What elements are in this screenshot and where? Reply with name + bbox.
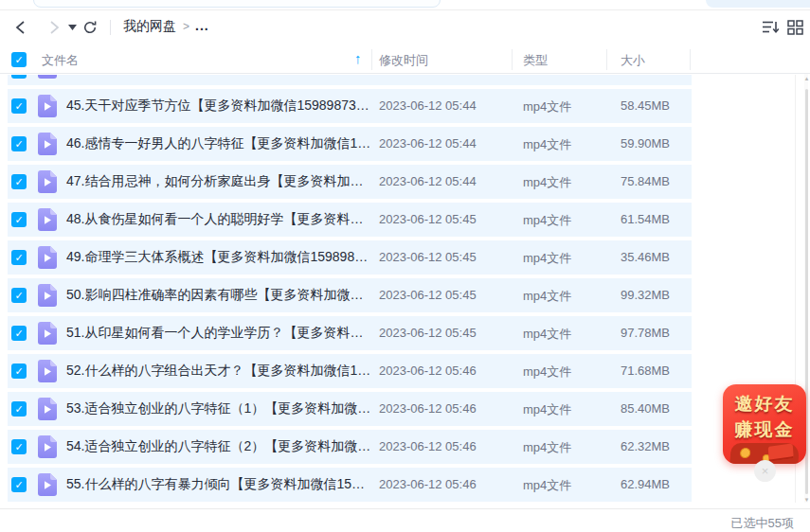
- select-all-checkbox[interactable]: ✓: [11, 52, 27, 67]
- row-checkbox[interactable]: ✓: [11, 288, 27, 303]
- forward-button[interactable]: [45, 19, 63, 36]
- video-file-icon: [38, 473, 57, 496]
- file-type: mp4文件: [523, 439, 608, 456]
- video-file-icon: [38, 133, 57, 155]
- file-type: mp4文件: [523, 212, 608, 229]
- file-name[interactable]: 53.适合独立创业的八字特征（1）【更多资料加微信1598...: [66, 400, 371, 417]
- column-header-name[interactable]: 文件名: [42, 52, 79, 69]
- file-name[interactable]: 48.从食伤星如何看一个人的聪明好学【更多资料加微信1...: [66, 211, 371, 228]
- table-header: ✓ 文件名 ↑ 修改时间 类型 大小: [0, 45, 810, 74]
- file-name[interactable]: 46.感情专一好男人的八字特征【更多资料加微信159898...: [66, 135, 371, 152]
- column-header-modified[interactable]: 修改时间: [379, 52, 428, 69]
- status-bar: 已选中55项: [0, 508, 810, 532]
- file-type: mp4文件: [523, 174, 608, 191]
- table-row[interactable]: ✓ 46.感情专一好男人的八字特征【更多资料加微信159898... 2023-…: [8, 127, 692, 161]
- toolbar-remnant-left: [33, 0, 441, 8]
- toolbar-remnant-right: [706, 0, 810, 8]
- breadcrumb-separator: >: [183, 20, 189, 33]
- file-size: 75.84MB: [621, 174, 696, 188]
- table-row[interactable]: ✓ 45.天干对应季节方位【更多资料加微信15989873524】 ... 20…: [8, 89, 692, 123]
- table-row[interactable]: ✓ 54.适合独立创业的八字特征（2）【更多资料加微信1598... 2023-…: [8, 430, 692, 464]
- invite-friends-promo-badge[interactable]: 邀好友 赚现金: [723, 384, 806, 464]
- file-name[interactable]: 45.天干对应季节方位【更多资料加微信15989873524】 ...: [66, 98, 371, 115]
- breadcrumb-root[interactable]: 我的网盘: [123, 18, 176, 35]
- promo-text-line1: 邀好友: [723, 392, 806, 417]
- file-type: mp4文件: [523, 250, 608, 267]
- row-checkbox[interactable]: ✓: [11, 439, 27, 454]
- table-row[interactable]: ✓ 47.结合用忌神，如何分析家庭出身【更多资料加微信159... 2023-0…: [8, 165, 692, 199]
- sort-list-icon: [762, 20, 780, 35]
- file-name[interactable]: 54.适合独立创业的八字特征（2）【更多资料加微信1598...: [66, 438, 371, 455]
- table-row[interactable]: ✓ 49.命理学三大体系概述【更多资料加微信15989873524... 202…: [8, 240, 692, 275]
- video-file-icon: [38, 398, 57, 420]
- scrollbar-down-arrow[interactable]: ▾: [803, 496, 810, 503]
- file-size: 62.32MB: [621, 439, 696, 453]
- refresh-icon: [82, 20, 98, 35]
- file-modified-time: 2023-06-12 05:46: [379, 364, 512, 378]
- file-modified-time: 2023-06-12 05:44: [379, 136, 512, 151]
- row-checkbox-partial: [11, 75, 27, 79]
- file-type: mp4文件: [523, 288, 608, 305]
- file-size: 58.45MB: [621, 98, 696, 113]
- sort-ascending-icon[interactable]: ↑: [354, 50, 362, 66]
- file-modified-time: 2023-06-12 05:44: [379, 98, 512, 113]
- file-type: mp4文件: [523, 477, 608, 494]
- row-checkbox[interactable]: ✓: [11, 250, 27, 265]
- file-size: 71.68MB: [621, 364, 696, 378]
- promo-text-line2: 赚现金: [723, 417, 806, 442]
- column-header-size[interactable]: 大小: [621, 52, 645, 69]
- scrollbar-up-arrow[interactable]: ▴: [803, 75, 810, 81]
- row-checkbox[interactable]: ✓: [11, 477, 27, 492]
- file-size: 59.90MB: [621, 136, 696, 151]
- file-modified-time: 2023-06-12 05:45: [379, 212, 512, 226]
- row-checkbox[interactable]: ✓: [11, 212, 27, 227]
- file-type: mp4文件: [523, 136, 608, 153]
- file-type: mp4文件: [523, 401, 608, 418]
- file-modified-time: 2023-06-12 05:46: [379, 401, 512, 416]
- nav-divider: [110, 20, 111, 35]
- video-file-icon: [38, 246, 57, 269]
- table-row[interactable]: ✓ 52.什么样的八字组合出天才？【更多资料加微信159898... 2023-…: [8, 354, 692, 388]
- sort-order-button[interactable]: [762, 20, 779, 35]
- file-size: 97.78MB: [621, 326, 696, 340]
- row-checkbox[interactable]: ✓: [11, 136, 27, 151]
- table-row[interactable]: ✓ 53.适合独立创业的八字特征（1）【更多资料加微信1598... 2023-…: [8, 392, 692, 426]
- row-checkbox[interactable]: ✓: [11, 401, 27, 417]
- table-row[interactable]: ✓ 55.什么样的八字有暴力倾向【更多资料加微信15989873... 2023…: [8, 468, 692, 502]
- video-file-icon: [38, 322, 57, 345]
- file-modified-time: 2023-06-12 05:45: [379, 326, 512, 340]
- file-name[interactable]: 50.影响四柱准确率的因素有哪些【更多资料加微信15989...: [66, 287, 371, 304]
- file-name[interactable]: 52.什么样的八字组合出天才？【更多资料加微信159898...: [66, 363, 371, 380]
- file-name[interactable]: 51.从印星如何看一个人的学业学历？【更多资料加微信1...: [66, 325, 371, 342]
- chevron-right-icon: [49, 21, 60, 34]
- file-name[interactable]: 47.结合用忌神，如何分析家庭出身【更多资料加微信159...: [66, 173, 371, 190]
- row-checkbox[interactable]: ✓: [11, 364, 27, 379]
- promo-close-button[interactable]: ×: [754, 460, 776, 482]
- column-divider: [690, 49, 691, 70]
- file-modified-time: 2023-06-12 05:46: [379, 477, 512, 491]
- file-modified-time: 2023-06-12 05:45: [379, 288, 512, 302]
- history-dropdown-button[interactable]: [66, 19, 78, 36]
- refresh-button[interactable]: [81, 19, 99, 36]
- grid-view-button[interactable]: [787, 20, 804, 35]
- file-size: 99.32MB: [621, 288, 696, 302]
- file-size: 85.40MB: [621, 401, 696, 416]
- table-row[interactable]: ✓ 48.从食伤星如何看一个人的聪明好学【更多资料加微信1... 2023-06…: [8, 203, 692, 237]
- selection-count-text: 已选中55项: [731, 515, 794, 532]
- column-header-type[interactable]: 类型: [523, 52, 548, 69]
- table-row[interactable]: ✓ 50.影响四柱准确率的因素有哪些【更多资料加微信15989... 2023-…: [8, 278, 692, 312]
- file-name[interactable]: 55.什么样的八字有暴力倾向【更多资料加微信15989873...: [66, 476, 371, 493]
- breadcrumb-current[interactable]: ...: [195, 18, 209, 33]
- file-type: mp4文件: [523, 364, 608, 381]
- back-button[interactable]: [11, 19, 28, 36]
- table-row[interactable]: ✓ 51.从印星如何看一个人的学业学历？【更多资料加微信1... 2023-06…: [8, 316, 692, 350]
- column-divider: [371, 49, 372, 70]
- file-name[interactable]: 49.命理学三大体系概述【更多资料加微信15989873524...: [66, 249, 371, 266]
- video-file-icon-partial: [38, 75, 57, 79]
- navigation-bar: 我的网盘 > ...: [0, 10, 810, 45]
- video-file-icon: [38, 360, 57, 382]
- row-checkbox[interactable]: ✓: [11, 98, 27, 114]
- row-checkbox[interactable]: ✓: [11, 174, 27, 189]
- coin-icon: [740, 448, 751, 458]
- row-checkbox[interactable]: ✓: [11, 326, 27, 341]
